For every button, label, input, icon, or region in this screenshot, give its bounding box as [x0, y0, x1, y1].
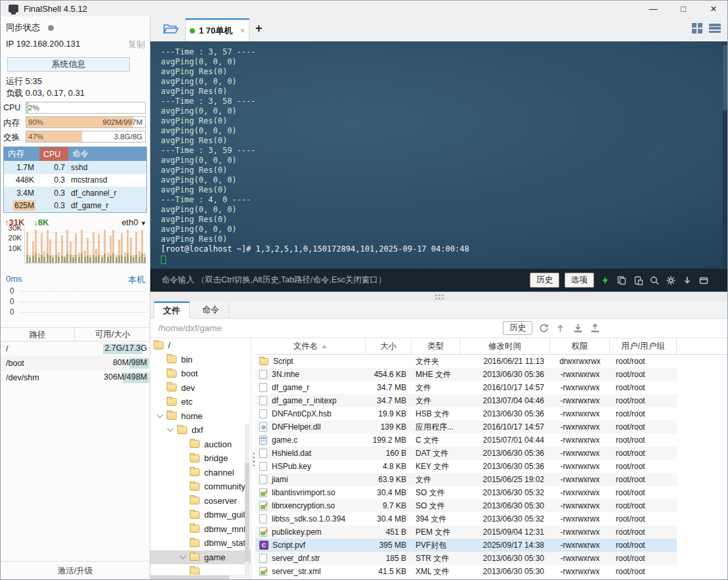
- tree-vertical-scrollbar[interactable]: [245, 424, 249, 575]
- folder-icon: [259, 358, 268, 365]
- tree-item[interactable]: /: [150, 338, 251, 353]
- search-icon[interactable]: [649, 275, 660, 286]
- vertical-splitter[interactable]: [251, 338, 255, 580]
- terminal-view[interactable]: ---Time : 3, 57 ----avgPing(0, 0, 0)avgP…: [150, 41, 728, 269]
- column-header-1[interactable]: 大小: [366, 338, 412, 354]
- column-header-3[interactable]: 修改时间: [460, 338, 550, 354]
- settings-gear-icon[interactable]: [665, 275, 676, 286]
- file-row[interactable]: Script文件夹2016/06/21 11:13drwxrwxrwxroot/…: [255, 355, 677, 368]
- current-path-input[interactable]: /home/dxf/game: [158, 323, 222, 333]
- column-header-2[interactable]: 类型: [412, 338, 460, 354]
- layout-grid-icon[interactable]: [692, 23, 702, 33]
- upload-file-icon[interactable]: [589, 323, 601, 334]
- tree-item[interactable]: home: [150, 409, 251, 424]
- column-header-5[interactable]: 用户/用户组: [610, 338, 677, 354]
- tree-item[interactable]: dev: [150, 381, 251, 395]
- column-header-0[interactable]: 文件名: [255, 338, 366, 354]
- disk-row[interactable]: /dev/shm306M/498M: [1, 370, 150, 385]
- history-button[interactable]: 历史: [530, 273, 559, 288]
- ping-graph-header: 0ms 本机: [6, 274, 145, 286]
- tree-item[interactable]: bridge: [150, 451, 251, 466]
- tree-item[interactable]: etc: [150, 395, 251, 409]
- quick-command-icon[interactable]: [599, 275, 610, 286]
- tree-item[interactable]: dbmw_mnt: [150, 522, 251, 537]
- minimize-button[interactable]: —: [638, 1, 668, 16]
- window-mode-icon[interactable]: [698, 275, 709, 286]
- close-button[interactable]: ✕: [698, 1, 728, 16]
- new-tab-button[interactable]: +: [255, 22, 263, 35]
- maximize-button[interactable]: □: [668, 1, 698, 16]
- net-bar: [93, 228, 95, 263]
- copy-icon[interactable]: [616, 275, 627, 286]
- chevron-down-icon[interactable]: [180, 552, 186, 559]
- file-row[interactable]: DNFAntiCpX.hsb19.9 KBHSB 文件2013/06/30 05…: [255, 407, 677, 420]
- process-row[interactable]: 625M0.3df_game_r: [4, 200, 146, 213]
- tree-item[interactable]: community: [150, 480, 251, 494]
- terminal-line: avgPing(0, 0, 0): [161, 77, 728, 87]
- tree-horizontal-scrollbar[interactable]: [150, 575, 251, 580]
- file-row[interactable]: server_dnf.str185 BSTR 文件2013/06/30 05:3…: [255, 552, 677, 565]
- hamburger-menu-icon[interactable]: [709, 23, 721, 33]
- file-row[interactable]: jiami63.9 KB文件2015/06/25 19:02-rwxrwxrwx…: [255, 473, 677, 486]
- tree-item[interactable]: dbmw_guild: [150, 508, 251, 522]
- column-header-4[interactable]: 权限: [550, 338, 610, 354]
- file-row[interactable]: Hshield.dat160 BDAT 文件2013/06/30 05:36-r…: [255, 447, 677, 460]
- tree-item[interactable]: boot: [150, 367, 251, 381]
- process-header-0: 内存: [4, 147, 39, 161]
- refresh-icon[interactable]: [538, 323, 549, 334]
- net-bar: [135, 228, 137, 263]
- file-icon: [259, 449, 267, 458]
- process-row[interactable]: 1.7M0.7sshd: [4, 161, 146, 174]
- process-row[interactable]: 448K0.3mcstransd: [4, 174, 146, 187]
- file-row[interactable]: libtss_sdk.so.1.0.39430.4 MB394 文件2013/0…: [255, 512, 677, 525]
- paste-icon[interactable]: [632, 275, 643, 286]
- net-bar: [81, 228, 83, 263]
- terminal-scrollbar[interactable]: [723, 43, 727, 267]
- ping-host[interactable]: 本机: [128, 274, 145, 286]
- file-row[interactable]: publickey.pem451 BPEM 文件2015/09/04 12:31…: [255, 525, 677, 539]
- file-row[interactable]: HSPub.key4.8 KBKEY 文件2013/06/30 05:36-rw…: [255, 460, 677, 473]
- download-file-icon[interactable]: [572, 323, 584, 334]
- folder-icon: [190, 511, 200, 519]
- file-row[interactable]: libnxencryption.so9.7 KBSO 文件2013/06/30 …: [255, 499, 677, 512]
- copy-ip-link[interactable]: 复制: [128, 39, 145, 51]
- tab-commands[interactable]: 命令: [193, 301, 229, 319]
- file-row[interactable]: CScript.pvf395 MBPVF封包2025/09/17 14:38-r…: [255, 539, 677, 552]
- net-bar: [49, 228, 51, 263]
- activate-upgrade-link[interactable]: 激活/升级: [1, 561, 150, 580]
- disk-row[interactable]: /boot80M/98M: [1, 356, 150, 370]
- file-row[interactable]: server_str.xml41.5 KBXML 文件2013/06/30 05…: [255, 565, 677, 578]
- horizontal-splitter[interactable]: [150, 292, 728, 301]
- tree-item[interactable]: [150, 564, 251, 575]
- terminal-line: avgPing Res(0): [161, 234, 728, 244]
- process-row[interactable]: 3.4M0.3df_channel_r: [4, 187, 146, 200]
- file-row[interactable]: DNFHelper.dll139 KB应用程序...2016/10/17 14:…: [255, 420, 677, 434]
- file-row[interactable]: df_game_r34.7 MB文件2016/10/17 14:57-rwxrw…: [255, 381, 677, 394]
- file-row[interactable]: libantisvrimport.so30.4 MBSO 文件2013/06/3…: [255, 486, 677, 499]
- tree-item[interactable]: dbmw_stat: [150, 536, 251, 550]
- tree-item[interactable]: dxf: [150, 423, 251, 437]
- command-input-bar[interactable]: 命令输入 （双击Ctrl切换,Alt历史,Tab路径/命令,Esc关闭窗口） 历…: [150, 269, 728, 292]
- open-connection-button[interactable]: [160, 20, 182, 37]
- tree-item[interactable]: bin: [150, 353, 251, 367]
- download-arrow-icon[interactable]: [681, 275, 693, 286]
- interface-selector[interactable]: eth0 ▼: [121, 217, 146, 227]
- file-row[interactable]: df_game_r_initexp34.7 MB文件2013/07/04 04:…: [255, 394, 677, 407]
- tree-item[interactable]: channel: [150, 466, 251, 480]
- tab-session[interactable]: 1 70单机 ×: [185, 18, 249, 41]
- path-history-button[interactable]: 历史: [503, 321, 532, 335]
- tree-item[interactable]: coserver: [150, 494, 251, 508]
- chevron-down-icon[interactable]: [157, 411, 163, 418]
- chevron-down-icon[interactable]: [167, 426, 174, 432]
- net-bar: [35, 228, 37, 263]
- tree-item[interactable]: game: [150, 550, 251, 565]
- system-info-button[interactable]: 系统信息: [7, 57, 130, 72]
- parent-directory-icon[interactable]: [555, 323, 567, 334]
- tree-item[interactable]: auction: [150, 437, 251, 452]
- tab-files[interactable]: 文件: [154, 301, 190, 319]
- options-button[interactable]: 选项: [565, 273, 594, 288]
- file-row[interactable]: 3N.mhe454.6 KBMHE 文件2013/06/30 05:36-rwx…: [255, 368, 677, 381]
- file-row[interactable]: game.c199.2 MBC 文件2015/07/01 04:44-rwxrw…: [255, 434, 677, 447]
- disk-row[interactable]: /2.7G/17.3G: [1, 342, 150, 356]
- tab-close-icon[interactable]: ×: [240, 26, 245, 35]
